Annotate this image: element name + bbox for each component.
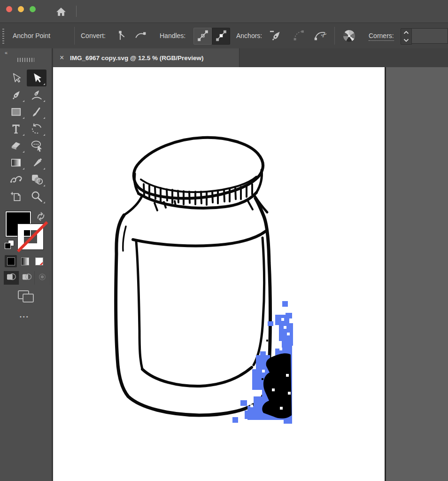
divider	[74, 27, 75, 45]
shape-builder-tool[interactable]	[27, 171, 46, 188]
paintbrush-icon	[31, 106, 43, 118]
pen-minus-icon	[269, 29, 282, 43]
scissors-path-icon: ✂	[314, 29, 327, 43]
hide-handles-icon	[215, 30, 227, 43]
tools-panel: «	[0, 48, 52, 481]
convert-label: Convert:	[81, 23, 106, 48]
divider	[334, 27, 335, 45]
cut-path-button[interactable]: ✂	[313, 28, 328, 43]
eraser-icon	[10, 140, 22, 152]
gradient-tool[interactable]	[6, 154, 26, 171]
draw-normal-button[interactable]	[4, 271, 19, 285]
solid-color-chip	[7, 257, 15, 265]
pen-tool[interactable]	[6, 86, 26, 103]
eraser-tool[interactable]	[6, 137, 26, 154]
corners-input[interactable]	[412, 28, 448, 44]
color-wheel-icon	[343, 30, 355, 42]
artboard-canvas[interactable]	[53, 67, 385, 481]
gradient-icon	[10, 156, 22, 169]
show-handles-toggle[interactable]	[193, 28, 212, 45]
rotate-tool[interactable]	[27, 120, 46, 137]
default-fill-chip	[5, 243, 11, 249]
draw-normal-icon	[6, 272, 16, 284]
magnifier-icon	[30, 190, 43, 203]
type-tool[interactable]	[6, 120, 26, 137]
jar-drawing[interactable]	[116, 138, 270, 415]
tab-bar: × IMG_6967 copy.svg @ 12.5 % (RGB/Previe…	[53, 48, 448, 67]
eyedropper-icon	[31, 156, 43, 169]
panel-grip[interactable]	[17, 58, 34, 62]
drawing-modes-row	[4, 271, 50, 285]
panel-title: Anchor Point	[13, 23, 50, 48]
titlebar-divider	[76, 6, 77, 17]
svg-text:✂: ✂	[319, 30, 327, 39]
document-tab[interactable]: × IMG_6967 copy.svg @ 12.5 % (RGB/Previe…	[53, 48, 239, 67]
dotted-path-icon	[293, 29, 305, 43]
show-handles-icon	[197, 30, 209, 43]
fullscreen-window-button[interactable]	[30, 6, 36, 12]
shape-builder-icon	[30, 173, 43, 186]
home-button[interactable]	[54, 5, 68, 18]
document-tab-title: IMG_6967 copy.svg @ 12.5 % (RGB/Preview)	[70, 54, 204, 62]
convert-to-corner-button[interactable]	[113, 28, 128, 43]
corners-label[interactable]: Corners:	[369, 31, 394, 41]
color-button[interactable]	[5, 255, 17, 267]
rectangle-icon	[10, 106, 22, 118]
curvature-tool[interactable]	[27, 86, 46, 103]
artboard-tool[interactable]	[6, 188, 26, 205]
artboard-icon	[10, 190, 22, 202]
shaper-tool[interactable]	[27, 137, 46, 154]
rectangle-tool[interactable]	[6, 103, 26, 120]
tool-grid	[6, 70, 46, 205]
minimize-window-button[interactable]	[18, 6, 24, 12]
direct-selection-tool[interactable]	[27, 70, 46, 86]
close-window-button[interactable]	[6, 6, 12, 12]
chevron-down-icon	[403, 39, 409, 42]
convert-corner-icon	[114, 29, 126, 43]
gradient-button[interactable]	[19, 255, 31, 267]
zoom-tool[interactable]	[27, 188, 46, 205]
anchors-label: Anchors:	[236, 23, 262, 48]
home-icon	[54, 12, 68, 20]
eyedropper-tool[interactable]	[27, 154, 46, 171]
collapse-panel-button[interactable]: «	[5, 50, 8, 55]
title-bar	[0, 0, 448, 23]
swap-fill-stroke-button[interactable]	[36, 211, 46, 222]
paintbrush-tool[interactable]	[27, 103, 46, 120]
selection-tool[interactable]	[6, 70, 26, 86]
draw-behind-icon	[22, 272, 32, 284]
hide-handles-toggle[interactable]	[212, 28, 230, 45]
swirl-tool[interactable]	[6, 171, 26, 188]
convert-to-smooth-button[interactable]	[133, 28, 148, 43]
paint-style-row	[5, 255, 45, 267]
control-bar-grip[interactable]	[2, 29, 4, 44]
gradient-chip	[21, 257, 29, 265]
document-artwork[interactable]	[53, 67, 385, 481]
handles-label: Handles:	[160, 23, 185, 48]
draw-behind-button[interactable]	[19, 271, 35, 285]
none-chip	[35, 257, 43, 265]
chevron-up-icon	[403, 31, 409, 34]
selection-arrow-icon	[10, 72, 22, 84]
corners-stepper[interactable]	[401, 28, 412, 45]
convert-smooth-icon	[134, 29, 147, 43]
recolor-artwork-button[interactable]	[341, 28, 356, 43]
draw-inside-button	[35, 271, 50, 285]
tab-close-icon[interactable]: ×	[60, 54, 67, 62]
pasteboard[interactable]	[386, 67, 448, 481]
anchor-dotted-button	[291, 28, 306, 43]
remove-anchor-button[interactable]	[268, 28, 283, 43]
pen-icon	[10, 89, 22, 101]
none-button[interactable]	[33, 255, 45, 267]
swirl-icon	[9, 173, 23, 186]
default-colors-button[interactable]	[5, 240, 14, 249]
edit-toolbar-button[interactable]: •••	[20, 314, 30, 319]
none-slash	[36, 259, 43, 265]
draw-inside-icon	[37, 272, 47, 284]
screen-mode-icon	[16, 297, 35, 305]
direct-selection-arrow-icon	[30, 71, 43, 85]
screen-mode-button[interactable]	[16, 289, 35, 306]
curvature-pen-icon	[31, 89, 43, 101]
shaper-bubble-icon	[30, 139, 43, 152]
rotate-icon	[31, 123, 43, 135]
